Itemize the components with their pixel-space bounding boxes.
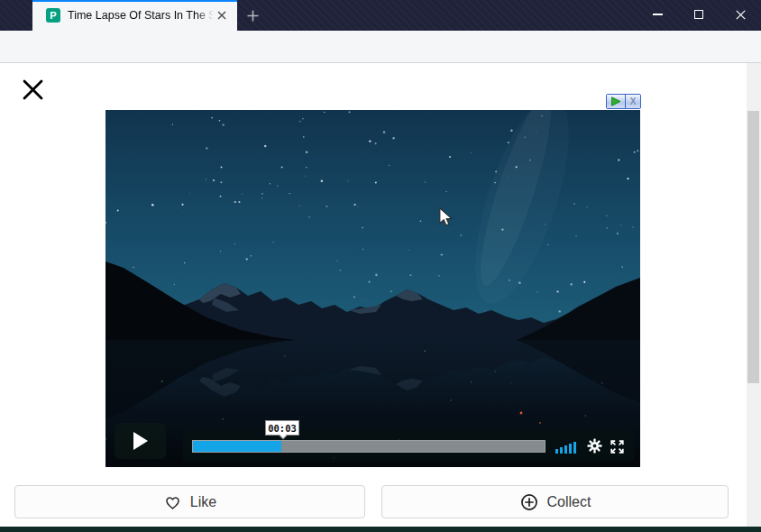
settings-button[interactable] bbox=[587, 438, 602, 457]
action-buttons-row: Like Collect bbox=[0, 485, 761, 518]
like-button[interactable]: Like bbox=[14, 485, 365, 518]
video-scene bbox=[105, 110, 640, 467]
play-icon bbox=[133, 431, 149, 451]
window-controls bbox=[637, 0, 761, 29]
new-tab-button[interactable] bbox=[241, 4, 264, 27]
heart-icon bbox=[163, 493, 182, 510]
time-tooltip: 00:03 bbox=[265, 420, 299, 436]
bottom-edge-bar bbox=[0, 527, 761, 532]
volume-button[interactable] bbox=[555, 442, 576, 454]
play-button[interactable] bbox=[115, 423, 166, 459]
video-player[interactable]: 00:03 bbox=[105, 110, 640, 467]
progress-bar[interactable] bbox=[192, 440, 546, 453]
maximize-icon bbox=[694, 10, 703, 19]
active-tab-indicator bbox=[32, 0, 237, 2]
tab-bar: P Time Lapse Of Stars In The Sky bbox=[0, 0, 761, 31]
close-icon bbox=[736, 10, 746, 20]
mouse-cursor bbox=[439, 207, 453, 226]
ad-play-button[interactable] bbox=[607, 95, 626, 108]
page-scrollbar[interactable] bbox=[747, 63, 761, 532]
plus-icon bbox=[247, 10, 259, 22]
gear-icon bbox=[587, 438, 602, 454]
ad-close-button[interactable]: X bbox=[626, 95, 640, 108]
minimize-button[interactable] bbox=[637, 0, 678, 29]
scrollbar-thumb[interactable] bbox=[747, 111, 759, 383]
tab-close-icon[interactable] bbox=[214, 7, 230, 23]
tab-title: Time Lapse Of Stars In The Sky bbox=[68, 9, 214, 22]
navigation-toolbar: https://www.pexels.com/video/time-lapse-… bbox=[0, 31, 761, 63]
browser-tab[interactable]: P Time Lapse Of Stars In The Sky bbox=[32, 0, 237, 31]
progress-fill bbox=[193, 441, 281, 452]
video-controls bbox=[183, 431, 634, 462]
plus-circle-icon bbox=[519, 492, 539, 512]
like-label: Like bbox=[190, 494, 216, 510]
ad-overlay-badge: X bbox=[606, 94, 641, 109]
green-play-icon bbox=[610, 96, 621, 106]
maximize-button[interactable] bbox=[678, 0, 720, 29]
pexels-favicon: P bbox=[46, 8, 60, 23]
collect-label: Collect bbox=[547, 494, 591, 510]
browser-window: P Time Lapse Of Stars In The Sky bbox=[0, 0, 761, 532]
close-button[interactable] bbox=[720, 0, 761, 29]
collect-button[interactable]: Collect bbox=[381, 485, 729, 518]
close-x-icon bbox=[22, 78, 44, 101]
minimize-icon bbox=[653, 14, 663, 15]
fullscreen-button[interactable] bbox=[610, 440, 624, 457]
lightbox-close-button[interactable] bbox=[20, 77, 45, 102]
page-content: X bbox=[0, 63, 761, 532]
fullscreen-icon bbox=[610, 440, 624, 454]
